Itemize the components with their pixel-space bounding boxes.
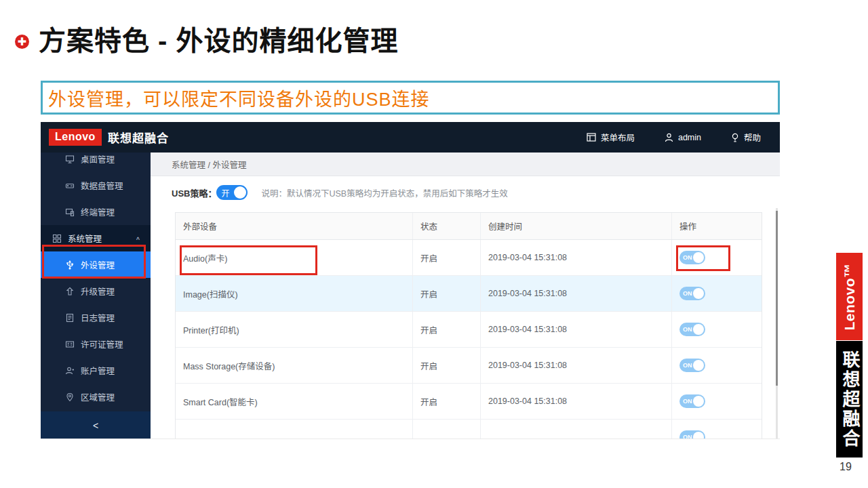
- action-cell: ON: [671, 312, 763, 347]
- collapse-chevron-icon: <: [93, 420, 98, 431]
- help-label: 帮助: [744, 131, 761, 144]
- toggle-knob: [693, 324, 704, 335]
- row-toggle[interactable]: ON: [679, 323, 705, 336]
- menu-layout-label: 菜单布局: [601, 131, 635, 144]
- vertical-lenovo-badge: Lenovo™: [836, 253, 863, 340]
- help-button[interactable]: 帮助: [731, 131, 761, 144]
- table-row-partial: ON: [176, 420, 762, 439]
- sidebar-list: 桌面管理 数据盘管理 终端管理: [41, 152, 151, 410]
- table-row-mass-storage: Mass Storage(存储设备) 开启 2019-03-04 15:31:0…: [176, 348, 762, 384]
- app-header-right: 菜单布局 admin 帮助: [587, 131, 780, 144]
- device-cell: Printer(打印机): [176, 312, 412, 347]
- status-cell: [412, 420, 480, 439]
- usb-policy-toggle[interactable]: 开: [216, 185, 248, 200]
- user-label: admin: [678, 133, 701, 142]
- region-pin-icon: [65, 392, 75, 402]
- created-cell: [480, 420, 671, 439]
- sidebar-item-license[interactable]: 许可证管理: [41, 331, 151, 357]
- main-content: 系统管理 / 外设管理 USB策略： 开 说明：默认情况下USB策略均为开启状态…: [151, 152, 780, 439]
- row-toggle[interactable]: ON: [679, 430, 705, 439]
- sidebar-item-log[interactable]: 日志管理: [41, 304, 151, 331]
- toggle-on-label: ON: [683, 434, 692, 439]
- sidebar-item-region[interactable]: 区域管理: [41, 384, 151, 410]
- row-toggle[interactable]: ON: [679, 251, 705, 264]
- created-cell: 2019-03-04 15:31:08: [480, 384, 671, 419]
- sidebar-item-label: 系统管理: [68, 232, 102, 245]
- menu-layout-button[interactable]: 菜单布局: [587, 131, 635, 144]
- terminal-icon: [65, 207, 75, 217]
- system-grid-icon: [52, 234, 62, 243]
- sidebar-item-label: 日志管理: [81, 311, 115, 324]
- sidebar-item-account[interactable]: 账户管理: [41, 357, 151, 384]
- app-screenshot: Lenovo 联想超融合 菜单布局: [41, 122, 780, 439]
- device-cell: [176, 420, 412, 439]
- sidebar-item-peripheral[interactable]: 外设管理: [41, 251, 151, 278]
- user-menu[interactable]: admin: [665, 133, 701, 142]
- status-cell: 开启: [412, 348, 480, 383]
- vertical-brand-badge: 联想超融合: [836, 341, 863, 458]
- scrollbar-thumb[interactable]: [776, 211, 778, 386]
- device-cell: Smart Card(智能卡): [176, 384, 412, 419]
- callout-text: 外设管理，可以限定不同设备外设的USB连接: [43, 85, 430, 111]
- device-cell: Mass Storage(存储设备): [176, 348, 412, 383]
- usb-policy-description: 说明：默认情况下USB策略均为开启状态，禁用后如下策略才生效: [261, 186, 507, 199]
- scrollbar[interactable]: [776, 208, 778, 439]
- app-header: Lenovo 联想超融合 菜单布局: [41, 122, 780, 152]
- toggle-knob: [234, 186, 246, 199]
- row-toggle[interactable]: ON: [679, 394, 705, 408]
- sidebar-item-data-disk[interactable]: 数据盘管理: [41, 172, 151, 199]
- action-cell: ON: [671, 240, 763, 275]
- status-cell: 开启: [412, 276, 480, 311]
- log-icon: [65, 313, 75, 323]
- action-cell: ON: [671, 384, 763, 419]
- sidebar-item-terminal[interactable]: 终端管理: [41, 199, 151, 225]
- toggle-on-label: ON: [683, 326, 692, 333]
- sidebar-item-desktop[interactable]: 桌面管理: [41, 152, 151, 172]
- vertical-lenovo-text: Lenovo™: [842, 263, 858, 330]
- sidebar: 桌面管理 数据盘管理 终端管理: [41, 152, 151, 439]
- toggle-knob: [693, 252, 704, 263]
- toggle-knob: [693, 288, 704, 299]
- page-title: 方案特色 - 外设的精细化管理: [39, 19, 399, 58]
- breadcrumb: 系统管理 / 外设管理: [151, 152, 780, 176]
- toggle-on-label: ON: [683, 254, 692, 261]
- device-cell: Audio(声卡): [176, 240, 412, 275]
- app-header-left: Lenovo 联想超融合: [41, 129, 169, 146]
- device-cell: Image(扫描仪): [176, 276, 412, 311]
- title-row: ✚ 方案特色 - 外设的精细化管理: [15, 19, 399, 58]
- sidebar-item-label: 账户管理: [81, 364, 115, 377]
- col-header-status: 状态: [412, 213, 480, 239]
- table-row-printer: Printer(打印机) 开启 2019-03-04 15:31:08 ON: [176, 312, 762, 348]
- toggle-on-label: ON: [683, 362, 692, 369]
- page-number: 19: [840, 461, 852, 473]
- sidebar-item-label: 终端管理: [81, 205, 115, 218]
- sidebar-item-label: 桌面管理: [81, 152, 115, 165]
- created-cell: 2019-03-04 15:31:08: [480, 312, 671, 347]
- table-row-image: Image(扫描仪) 开启 2019-03-04 15:31:08 ON: [176, 276, 762, 312]
- data-disk-icon: [65, 181, 75, 190]
- sidebar-item-label: 许可证管理: [81, 338, 123, 350]
- row-toggle[interactable]: ON: [679, 359, 705, 372]
- sidebar-item-upgrade[interactable]: 升级管理: [41, 278, 151, 304]
- callout-box: 外设管理，可以限定不同设备外设的USB连接: [41, 81, 780, 115]
- col-header-created: 创建时间: [480, 213, 671, 239]
- slide: ✚ 方案特色 - 外设的精细化管理 外设管理，可以限定不同设备外设的USB连接 …: [0, 0, 868, 488]
- usb-icon: [65, 260, 75, 270]
- sidebar-item-label: 升级管理: [81, 285, 115, 298]
- row-toggle[interactable]: ON: [679, 287, 705, 300]
- status-cell: 开启: [412, 240, 480, 275]
- upgrade-icon: [65, 287, 75, 296]
- action-cell: ON: [671, 420, 763, 439]
- app-brand-title: 联想超融合: [108, 129, 169, 146]
- toggle-on-label: ON: [683, 398, 692, 405]
- status-cell: 开启: [412, 312, 480, 347]
- sidebar-section-system[interactable]: 系统管理 ∧: [41, 225, 151, 251]
- lenovo-logo: Lenovo: [49, 129, 102, 146]
- account-icon: [65, 366, 75, 375]
- toggle-knob: [693, 360, 704, 371]
- device-table: 外部设备 状态 创建时间 操作 Audio(声卡) 开启 2019-03-04 …: [175, 212, 762, 439]
- sidebar-collapse-button[interactable]: <: [41, 411, 151, 439]
- layout-icon: [587, 133, 596, 142]
- toggle-knob: [693, 396, 704, 407]
- vertical-brand-text: 联想超融合: [836, 350, 863, 449]
